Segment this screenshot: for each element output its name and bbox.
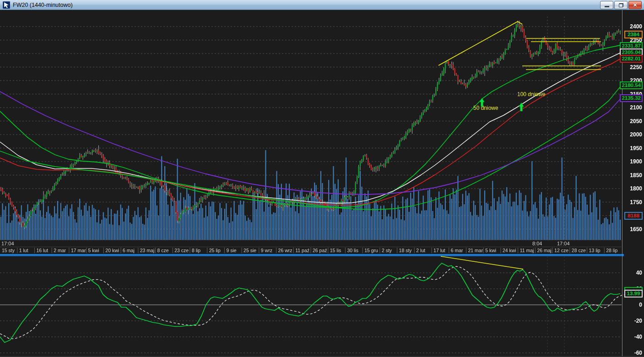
date-label: 15 sty bbox=[2, 248, 15, 253]
date-label: 2 mar bbox=[54, 248, 66, 253]
date-label: 28 cze bbox=[572, 248, 586, 253]
svg-text:-20: -20 bbox=[634, 318, 643, 324]
date-label: 15 gru bbox=[364, 248, 378, 253]
svg-text:1650: 1650 bbox=[630, 226, 642, 233]
date-label: 17 mar bbox=[71, 248, 86, 253]
svg-text:2000: 2000 bbox=[630, 131, 642, 138]
svg-text:0: 0 bbox=[639, 302, 642, 308]
svg-text:2250: 2250 bbox=[630, 64, 642, 70]
close-icon: ✕ bbox=[633, 3, 637, 8]
date-label: 5 kwi bbox=[485, 248, 496, 253]
svg-text:1750: 1750 bbox=[630, 199, 642, 206]
ma-green-slow-label: 2180.54 bbox=[620, 81, 643, 89]
oscillator-value-label: 13.99 bbox=[624, 290, 643, 298]
date-label: 20 kwi bbox=[105, 248, 119, 253]
chart-root: 2400235023002250220021502100205020001950… bbox=[0, 10, 644, 357]
minimize-icon bbox=[605, 6, 609, 7]
date-label: 28 lip bbox=[606, 248, 617, 253]
svg-text:-60: -60 bbox=[634, 350, 643, 356]
ma-purple-label: 2135.32 bbox=[620, 94, 643, 102]
date-label: 17 lut bbox=[433, 248, 445, 253]
date-label: 25 sie bbox=[244, 248, 256, 253]
date-label: 9 wrz bbox=[261, 248, 272, 253]
date-label: 26 maj bbox=[537, 248, 552, 253]
time-label-left: 17:04 bbox=[1, 241, 14, 246]
date-label: 8 cze bbox=[157, 248, 169, 253]
date-label: 24 kwi bbox=[503, 248, 516, 253]
time-label-right: 17:04 bbox=[557, 241, 570, 246]
annotation-50-dniowe: 50 dniowe bbox=[473, 105, 498, 111]
date-label: 23 cze bbox=[174, 248, 189, 253]
date-label: 15 lis bbox=[330, 248, 341, 253]
window-title: FW20 (1440-minutowo) bbox=[13, 2, 73, 8]
last-price-label: 2384 bbox=[624, 31, 643, 38]
panel-divider bbox=[0, 254, 624, 256]
svg-text:2100: 2100 bbox=[630, 104, 642, 111]
date-label: 23 maj bbox=[140, 248, 155, 253]
minimize-button[interactable] bbox=[600, 1, 613, 9]
date-label: 1 lut bbox=[19, 248, 28, 253]
date-label: 11 maj bbox=[520, 248, 534, 253]
svg-text:2050: 2050 bbox=[630, 118, 642, 124]
svg-text:40: 40 bbox=[636, 270, 643, 276]
date-label: 8 lip bbox=[192, 248, 200, 253]
date-label: 13 lip bbox=[589, 248, 601, 253]
date-label: 18 sty bbox=[399, 248, 412, 253]
restore-icon bbox=[619, 3, 623, 7]
date-label: 26 wrz bbox=[278, 248, 292, 253]
date-label: 2 lut bbox=[416, 248, 425, 253]
svg-text:1950: 1950 bbox=[630, 145, 642, 151]
date-label: 6 maj bbox=[123, 248, 135, 253]
date-label: 21 mar bbox=[468, 248, 483, 253]
app-icon bbox=[3, 1, 10, 9]
date-label: 26 paź bbox=[313, 248, 327, 253]
date-label: 5 kwi bbox=[88, 248, 99, 253]
ma-red-label: 2282.01 bbox=[620, 55, 643, 63]
date-label: 2 sty bbox=[382, 248, 392, 253]
date-label: 9 sie bbox=[226, 248, 236, 253]
time-label-mid: 8:04 bbox=[532, 241, 542, 246]
chart-canvas[interactable]: 2400235023002250220021502100205020001950… bbox=[0, 10, 644, 357]
title-bar[interactable]: FW20 (1440-minutowo) ✕ bbox=[0, 0, 644, 10]
date-label: 12 cze bbox=[554, 248, 568, 253]
date-label: 11 paź bbox=[295, 248, 309, 253]
date-label: 6 mar bbox=[451, 248, 463, 253]
date-label: 16 lut bbox=[36, 248, 48, 253]
annotation-100-dniowe: 100 dniowe bbox=[517, 91, 545, 97]
date-label: 25 lip bbox=[209, 248, 221, 253]
svg-text:1800: 1800 bbox=[630, 185, 642, 192]
app-window: FW20 (1440-minutowo) ✕ 24002350230022502… bbox=[0, 0, 644, 357]
volume-value-label: 8188 bbox=[624, 212, 643, 220]
svg-text:1850: 1850 bbox=[630, 172, 642, 178]
close-button[interactable]: ✕ bbox=[628, 1, 642, 9]
svg-text:1900: 1900 bbox=[630, 158, 642, 165]
restore-button[interactable] bbox=[614, 1, 628, 9]
svg-text:2400: 2400 bbox=[630, 23, 642, 30]
svg-text:-40: -40 bbox=[634, 334, 643, 340]
date-label: 30 lis bbox=[347, 248, 358, 253]
window-controls: ✕ bbox=[600, 1, 642, 9]
